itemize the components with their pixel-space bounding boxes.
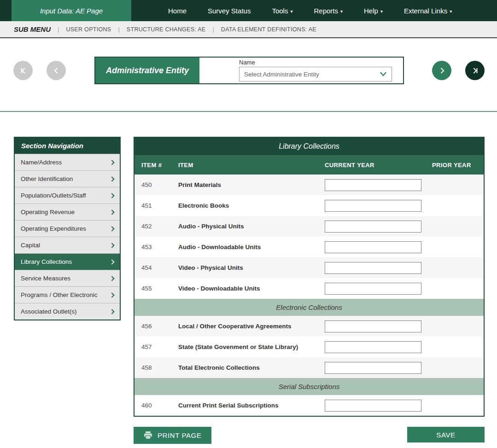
item-number: 452: [134, 223, 178, 230]
select-chevron-down-icon: [380, 71, 387, 77]
save-button[interactable]: SAVE: [407, 427, 485, 442]
column-current-year: CURRENT YEAR: [325, 162, 432, 169]
current-year-input-451[interactable]: [325, 200, 421, 212]
table-row-450: 450Print Materials: [134, 175, 484, 195]
nav-item-reports[interactable]: Reports▾: [314, 7, 343, 15]
current-year-cell: [325, 400, 432, 412]
printer-icon: [144, 431, 152, 439]
column-item: ITEM: [178, 162, 325, 169]
current-year-input-452[interactable]: [325, 221, 421, 233]
current-year-cell: [325, 241, 432, 253]
sidebar-item-label: Library Collections: [21, 258, 72, 265]
print-page-button[interactable]: PRINT PAGE: [134, 427, 211, 444]
top-navbar: Input Data: AE Page HomeSurvey StatusToo…: [0, 0, 497, 21]
table-row-453: 453Audio - Downloadable Units: [134, 237, 484, 257]
current-year-input-458[interactable]: [325, 362, 421, 374]
table-row-458: 458Total Electronic Collections: [134, 357, 484, 378]
sidebar-item-service-measures[interactable]: Service Measures: [15, 270, 120, 286]
item-name: Total Electronic Collections: [178, 364, 325, 371]
last-record-icon: [471, 66, 479, 75]
submenu-item-structure-changes-ae[interactable]: STRUCTURE CHANGES: AE: [127, 26, 206, 33]
sidebar-item-operating-revenue[interactable]: Operating Revenue: [15, 204, 120, 220]
submenu-bar: SUB MENU |USER OPTIONS|STRUCTURE CHANGES…: [0, 21, 497, 38]
table-section-header-serial-subscriptions: Serial Subscriptions: [134, 378, 484, 395]
sidebar-item-label: Operating Revenue: [21, 209, 75, 215]
record-pager: Administrative Entity Name Select Admini…: [0, 38, 497, 111]
sidebar-item-label: Population/Outlets/Staff: [21, 192, 86, 199]
sidebar-item-label: Name/Address: [21, 159, 62, 166]
item-number: 454: [134, 264, 178, 271]
sidebar-item-programs-other-electronic[interactable]: Programs / Other Electronic: [15, 286, 120, 303]
sidebar-item-population-outlets-staff[interactable]: Population/Outlets/Staff: [15, 187, 120, 204]
nav-tab-input-data-ae-page[interactable]: Input Data: AE Page: [12, 0, 131, 21]
sidebar-item-capital[interactable]: Capital: [15, 237, 120, 253]
first-record-button[interactable]: [13, 61, 33, 80]
chevron-right-icon: [109, 276, 114, 281]
current-year-input-460[interactable]: [325, 400, 421, 412]
chevron-right-icon: [109, 160, 114, 165]
content-column: Library Collections ITEM # ITEM CURRENT …: [134, 137, 485, 444]
table-row-452: 452Audio - Physical Units: [134, 216, 484, 237]
chevron-right-icon: [109, 292, 114, 297]
entity-form: Name Select Administrative Entity: [199, 58, 403, 83]
item-name: State (State Govenment or State Library): [178, 343, 325, 350]
item-number: 451: [134, 202, 178, 209]
column-prior-year: PRIOR YEAR: [432, 162, 484, 169]
sidebar-item-other-identification[interactable]: Other Identification: [15, 170, 120, 187]
current-year-input-457[interactable]: [325, 341, 421, 353]
submenu-item-data-element-definitions-ae[interactable]: DATA ELEMENT DEFINITIONS: AE: [221, 26, 316, 33]
item-number: 460: [134, 402, 178, 409]
sidebar-item-label: Other Identification: [21, 175, 73, 182]
dropdown-caret-icon: ▾: [290, 9, 292, 14]
current-year-input-454[interactable]: [325, 262, 421, 274]
sidebar-item-name-address[interactable]: Name/Address: [15, 154, 120, 170]
library-collections-table: Library Collections ITEM # ITEM CURRENT …: [134, 137, 485, 417]
item-number: 450: [134, 181, 178, 188]
current-year-input-450[interactable]: [325, 179, 421, 191]
first-record-icon: [19, 66, 28, 75]
administrative-entity-box: Administrative Entity Name Select Admini…: [94, 57, 404, 84]
table-column-header: ITEM # ITEM CURRENT YEAR PRIOR YEAR: [134, 155, 484, 175]
submenu-item-user-options[interactable]: USER OPTIONS: [66, 26, 111, 33]
current-year-input-453[interactable]: [325, 241, 421, 253]
last-record-button[interactable]: [465, 61, 485, 80]
dropdown-caret-icon: ▾: [380, 9, 383, 14]
main-content: Section Navigation Name/AddressOther Ide…: [0, 112, 497, 444]
sidebar-item-label: Operating Expenditures: [21, 225, 86, 232]
sidebar-item-label: Capital: [21, 242, 40, 249]
chevron-right-icon: [109, 226, 114, 231]
current-year-cell: [325, 341, 432, 353]
nav-item-help[interactable]: Help▾: [364, 7, 383, 15]
administrative-entity-select[interactable]: Select Administrative Entity: [239, 67, 392, 81]
current-year-input-456[interactable]: [325, 320, 421, 332]
next-record-button[interactable]: [432, 61, 451, 80]
item-name: Video - Physical Units: [178, 264, 325, 271]
nav-item-tools[interactable]: Tools▾: [272, 7, 292, 15]
item-number: 453: [134, 244, 178, 250]
submenu-title: SUB MENU: [14, 25, 51, 33]
current-year-cell: [325, 320, 432, 332]
chevron-right-icon: [109, 243, 114, 248]
chevron-right-icon: [109, 193, 114, 198]
nav-item-survey-status[interactable]: Survey Status: [208, 7, 251, 15]
sidebar-item-label: Programs / Other Electronic: [21, 291, 98, 298]
table-row-456: 456Local / Other Cooperative Agreements: [134, 316, 484, 337]
item-number: 456: [134, 323, 178, 330]
current-year-input-455[interactable]: [325, 283, 421, 295]
current-year-cell: [325, 262, 432, 274]
print-page-label: PRINT PAGE: [158, 431, 201, 439]
entity-box-title: Administrative Entity: [95, 58, 199, 83]
table-row-457: 457State (State Govenment or State Libra…: [134, 337, 484, 357]
sidebar-item-library-collections[interactable]: Library Collections: [15, 253, 120, 270]
item-name: Electronic Books: [178, 202, 325, 209]
nav-item-external-links[interactable]: External Links▾: [404, 7, 452, 15]
item-number: 455: [134, 285, 178, 292]
item-name: Local / Other Cooperative Agreements: [178, 323, 325, 330]
sidebar-item-operating-expenditures[interactable]: Operating Expenditures: [15, 220, 120, 237]
previous-record-button[interactable]: [47, 61, 66, 80]
sidebar-item-label: Associated Outlet(s): [21, 308, 77, 315]
nav-item-home[interactable]: Home: [168, 7, 187, 15]
sidebar-item-associated-outlet-s[interactable]: Associated Outlet(s): [15, 303, 120, 320]
item-name: Print Materials: [178, 181, 325, 188]
item-name: Video - Downloadable Units: [178, 285, 325, 292]
